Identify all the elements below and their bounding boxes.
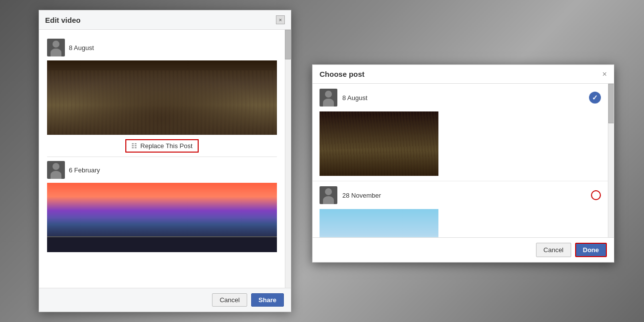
edit-cancel-button[interactable]: Cancel	[212, 293, 247, 307]
replace-this-post-button[interactable]: ☷ Replace This Post	[125, 139, 198, 153]
choose-post-close-button[interactable]: ×	[602, 70, 607, 78]
post-1-battle-image	[47, 60, 277, 135]
choose-post-item-2[interactable]: 28 November	[313, 181, 608, 237]
replace-icon: ☷	[131, 142, 137, 150]
post-1-avatar	[47, 39, 65, 56]
choose-post-1-date: 8 August	[342, 94, 589, 102]
edit-video-scroll-area: 8 August ☷ Replace This Post 6 February	[39, 30, 291, 288]
choose-scrollbar-thumb[interactable]	[608, 84, 614, 123]
choose-post-2-date: 28 November	[342, 192, 591, 199]
post-2-city-image	[47, 183, 277, 252]
edit-video-close-button[interactable]: ×	[276, 15, 285, 24]
choose-post-scroll: 8 August 28 November	[313, 84, 608, 237]
choose-post-1-header: 8 August	[313, 84, 608, 111]
scrollbar-thumb[interactable]	[285, 30, 291, 59]
choose-sky-image	[320, 209, 438, 237]
choose-scrollbar-track[interactable]	[608, 84, 614, 237]
choose-battle-image	[320, 111, 438, 176]
replace-btn-label: Replace This Post	[140, 142, 192, 150]
post-2-header: 6 February	[47, 157, 277, 183]
choose-post-footer: Cancel Done	[313, 237, 614, 262]
post-2-avatar	[47, 161, 65, 179]
post-1-image	[47, 60, 277, 135]
edit-video-title: Edit video	[45, 16, 81, 24]
post-1-date: 8 August	[69, 44, 94, 52]
edit-video-footer: Cancel Share	[39, 288, 291, 312]
post-2-date: 6 February	[69, 166, 100, 174]
choose-post-header: Choose post ×	[313, 65, 614, 84]
scrollbar-track[interactable]	[285, 30, 291, 288]
choose-post-1-image	[320, 111, 438, 176]
edit-video-header: Edit video ×	[39, 10, 291, 30]
choose-post-item-1[interactable]: 8 August	[313, 84, 608, 181]
share-button[interactable]: Share	[251, 293, 284, 307]
post-2-image	[47, 183, 277, 252]
post-1-header: 8 August	[47, 35, 277, 60]
choose-post-2-avatar	[320, 186, 337, 204]
choose-post-title: Choose post	[320, 70, 365, 78]
choose-post-modal: Choose post × 8 August 28 November	[312, 64, 614, 263]
choose-post-1-radio-selected[interactable]	[589, 92, 601, 104]
choose-cancel-button[interactable]: Cancel	[536, 243, 571, 257]
done-button[interactable]: Done	[575, 243, 607, 257]
close-icon: ×	[279, 17, 282, 23]
edit-video-modal: Edit video × 8 August ☷ Rep	[39, 10, 291, 312]
choose-post-1-avatar	[320, 89, 337, 107]
replace-btn-wrap: ☷ Replace This Post	[47, 135, 277, 157]
edit-video-content: 8 August ☷ Replace This Post 6 February	[39, 30, 291, 257]
choose-post-2-radio-empty[interactable]	[591, 190, 601, 200]
choose-post-body: 8 August 28 November	[313, 84, 614, 237]
post-item-2: 6 February	[47, 157, 277, 252]
post-item-1: 8 August ☷ Replace This Post	[47, 35, 277, 157]
choose-post-2-image	[320, 209, 438, 237]
choose-post-2-header: 28 November	[313, 181, 608, 209]
